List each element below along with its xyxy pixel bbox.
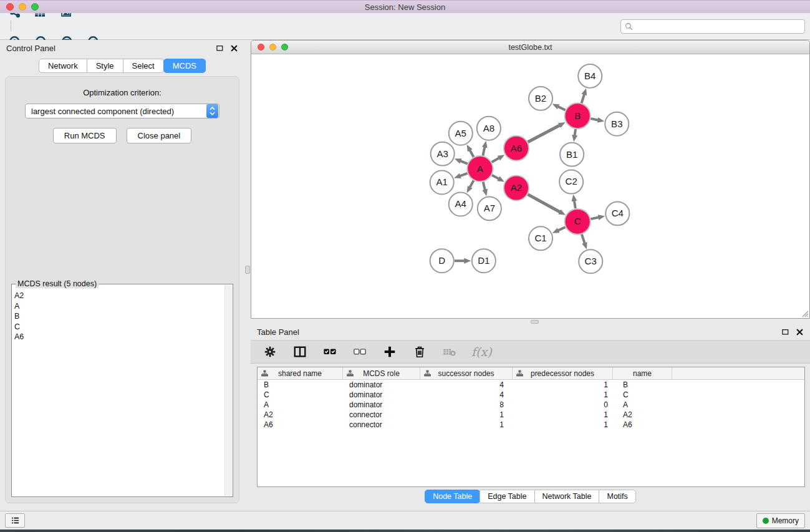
- cell[interactable]: 1: [420, 420, 513, 429]
- mcds-result-title: MCDS result (5 nodes): [16, 279, 99, 288]
- close-panel-icon[interactable]: [230, 44, 238, 52]
- cell[interactable]: C: [613, 390, 672, 399]
- close-table-panel-icon[interactable]: [796, 328, 804, 336]
- tab-mcds[interactable]: MCDS: [163, 59, 206, 73]
- node-label-A: A: [477, 163, 483, 174]
- float-table-panel-icon[interactable]: [781, 328, 789, 336]
- edge-C-C1[interactable]: [558, 227, 565, 230]
- result-item[interactable]: C: [14, 322, 231, 332]
- tab-network-table[interactable]: Network Table: [534, 490, 600, 503]
- tab-motifs[interactable]: Motifs: [599, 490, 635, 503]
- delete-row-button[interactable]: [412, 344, 428, 360]
- cell[interactable]: 4: [420, 380, 513, 389]
- cell[interactable]: B: [258, 380, 343, 389]
- edge-A6-B[interactable]: [528, 125, 560, 142]
- cell[interactable]: 1: [513, 390, 613, 399]
- column-visibility-button[interactable]: [292, 344, 308, 360]
- cell[interactable]: connector: [343, 410, 420, 419]
- edge-A-A5[interactable]: [470, 150, 474, 157]
- session-title: Session: New Session: [0, 2, 810, 12]
- splitter-grip-h[interactable]: [531, 320, 539, 324]
- table-settings-button[interactable]: [262, 344, 278, 360]
- tab-select[interactable]: Select: [123, 59, 164, 73]
- cell[interactable]: 1: [513, 380, 613, 389]
- cell[interactable]: B: [613, 380, 672, 389]
- cell[interactable]: 4: [420, 390, 513, 399]
- result-scrollbar[interactable]: [224, 285, 232, 496]
- network-window-titlebar[interactable]: testGlobe.txt: [251, 41, 809, 54]
- cell[interactable]: 1: [513, 420, 613, 429]
- cell[interactable]: 0: [513, 400, 613, 409]
- cell[interactable]: A: [258, 400, 343, 409]
- edge-A-A4[interactable]: [470, 180, 474, 187]
- cell[interactable]: connector: [343, 420, 420, 429]
- run-mcds-button[interactable]: Run MCDS: [53, 128, 117, 143]
- edge-B-B2[interactable]: [558, 107, 566, 110]
- network-canvas[interactable]: B4B2BB3A8A5A6A3B1AA1C2A2A4A7C4CC1C3DD1: [251, 54, 809, 318]
- mcds-panel: Optimization criterion: largest connecte…: [5, 76, 239, 503]
- edge-A-A1[interactable]: [460, 173, 468, 176]
- table-row[interactable]: A2connector11A2: [258, 410, 804, 420]
- vertical-splitter[interactable]: [244, 40, 251, 511]
- cell[interactable]: A: [613, 400, 672, 409]
- edge-C-C4[interactable]: [591, 218, 599, 220]
- close-panel-button[interactable]: Close panel: [127, 128, 192, 143]
- memory-button[interactable]: Memory: [756, 513, 805, 528]
- mcds-result-box: MCDS result (5 nodes) A2ABCA6: [11, 284, 233, 497]
- edge-A-A7[interactable]: [483, 181, 485, 190]
- table-row[interactable]: Adominator80A: [258, 400, 804, 410]
- edge-C-C2[interactable]: [574, 201, 576, 208]
- cell[interactable]: A2: [613, 410, 672, 419]
- result-item[interactable]: A2: [14, 291, 231, 301]
- cell[interactable]: dominator: [343, 380, 420, 389]
- cell[interactable]: A6: [258, 420, 343, 429]
- tab-network[interactable]: Network: [39, 59, 87, 73]
- result-item[interactable]: A6: [14, 332, 231, 342]
- column-header-predecessor-nodes[interactable]: predecessor nodes: [513, 367, 613, 379]
- cell[interactable]: 8: [420, 400, 513, 409]
- edge-B-B1[interactable]: [575, 129, 576, 135]
- edge-B-B3[interactable]: [591, 118, 598, 120]
- add-row-button[interactable]: [382, 344, 398, 360]
- table-row[interactable]: A6connector11A6: [258, 420, 804, 430]
- tab-edge-table[interactable]: Edge Table: [480, 490, 534, 503]
- tab-node-table[interactable]: Node Table: [425, 490, 480, 503]
- application-window: Session: New Session Control Panel Netwo…: [0, 0, 810, 532]
- task-history-button[interactable]: [5, 513, 25, 528]
- cell[interactable]: 1: [420, 410, 513, 419]
- node-table[interactable]: shared nameMCDS rolesuccessor nodesprede…: [257, 367, 805, 487]
- edge-A-A2[interactable]: [492, 175, 499, 179]
- splitter-grip[interactable]: [245, 266, 250, 274]
- cell[interactable]: dominator: [343, 400, 420, 409]
- result-item[interactable]: A: [14, 301, 231, 312]
- column-header-MCDS-role[interactable]: MCDS role: [343, 367, 420, 379]
- edge-A-A3[interactable]: [461, 161, 468, 163]
- edge-A-A6[interactable]: [492, 158, 499, 162]
- edge-A-A8[interactable]: [483, 147, 485, 156]
- float-panel-icon[interactable]: [216, 44, 224, 52]
- column-header-name[interactable]: name: [613, 367, 672, 379]
- cell[interactable]: C: [258, 390, 343, 399]
- cell[interactable]: dominator: [343, 390, 420, 399]
- search-field[interactable]: [620, 19, 805, 34]
- column-header-successor-nodes[interactable]: successor nodes: [420, 367, 513, 379]
- horizontal-splitter[interactable]: [251, 319, 810, 324]
- tab-style[interactable]: Style: [87, 59, 123, 73]
- edge-C-C3[interactable]: [582, 235, 585, 243]
- select-all-button[interactable]: [322, 344, 338, 360]
- table-row[interactable]: Cdominator41C: [258, 390, 804, 400]
- edge-B-B4[interactable]: [582, 94, 584, 103]
- table-row[interactable]: Bdominator41B: [258, 380, 804, 390]
- cell[interactable]: A6: [613, 420, 672, 429]
- edge-A2-C[interactable]: [528, 195, 559, 212]
- search-input[interactable]: [635, 22, 801, 31]
- resize-handle-icon[interactable]: [800, 309, 809, 317]
- result-item[interactable]: B: [14, 311, 231, 322]
- cell[interactable]: 1: [513, 410, 613, 419]
- cell[interactable]: A2: [258, 410, 343, 419]
- network-graph[interactable]: B4B2BB3A8A5A6A3B1AA1C2A2A4A7C4CC1C3DD1: [251, 54, 809, 318]
- node-label-A3: A3: [437, 148, 448, 159]
- deselect-all-button[interactable]: [352, 344, 368, 360]
- column-header-shared-name[interactable]: shared name: [258, 367, 343, 379]
- criterion-dropdown[interactable]: largest connected component (directed): [25, 104, 219, 118]
